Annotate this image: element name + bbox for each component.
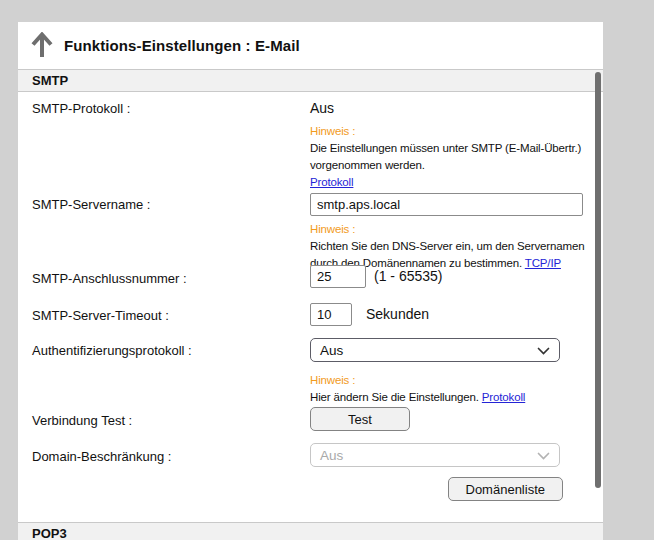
- vertical-scrollbar-thumb[interactable]: [595, 72, 601, 488]
- chevron-down-icon: [537, 448, 550, 463]
- test-button[interactable]: Test: [310, 407, 410, 431]
- hint-title: Hinweis :: [310, 372, 603, 389]
- hint-title: Hinweis :: [310, 123, 603, 140]
- settings-scroll-area: SMTP SMTP-Protokoll : Aus Hinweis : Die …: [18, 68, 603, 540]
- smtp-protokoll-label: SMTP-Protokoll :: [32, 101, 130, 116]
- domain-beschraenkung-label: Domain-Beschränkung :: [32, 449, 171, 464]
- hint-text-line1: Richten Sie den DNS-Server ein, um den S…: [310, 238, 603, 255]
- auth-protokoll-label: Authentifizierungsprotokoll :: [32, 343, 192, 358]
- hint-text-line1: Die Einstellungen müssen unter SMTP (E-M…: [310, 140, 603, 157]
- page-header: Funktions-Einstellungen : E-Mail: [18, 22, 603, 68]
- verbindung-test-label: Verbindung Test :: [32, 413, 132, 428]
- protokoll-link[interactable]: Protokoll: [310, 176, 353, 188]
- smtp-timeout-input[interactable]: [310, 303, 352, 326]
- smtp-protokoll-hint: Hinweis : Die Einstellungen müssen unter…: [310, 123, 603, 191]
- domaenenliste-button[interactable]: Domänenliste: [448, 477, 564, 501]
- chevron-down-icon: [537, 343, 550, 358]
- timeout-unit-text: Sekunden: [366, 306, 429, 322]
- protokoll-link-2[interactable]: Protokoll: [482, 391, 525, 403]
- smtp-servername-input[interactable]: [310, 193, 583, 216]
- smtp-anschlussnummer-input[interactable]: [310, 265, 366, 288]
- smtp-protokoll-value: Aus: [310, 100, 334, 116]
- section-header-pop3: POP3: [18, 522, 603, 540]
- domain-selected-value: Aus: [320, 448, 343, 463]
- smtp-servername-label: SMTP-Servername :: [32, 197, 150, 212]
- hint-text-line2: vorgenommen werden.: [310, 157, 603, 174]
- email-settings-page: Funktions-Einstellungen : E-Mail SMTP SM…: [0, 0, 654, 540]
- auth-protokoll-select[interactable]: Aus: [310, 338, 560, 362]
- auth-hint: Hinweis : Hier ändern Sie die Einstellun…: [310, 372, 603, 406]
- smtp-anschlussnummer-label: SMTP-Anschlussnummer :: [32, 271, 187, 286]
- section-header-smtp: SMTP: [18, 69, 603, 92]
- domain-beschraenkung-select-disabled: Aus: [310, 443, 560, 467]
- port-range-text: (1 - 65535): [374, 268, 442, 284]
- smtp-timeout-label: SMTP-Server-Timeout :: [32, 308, 169, 323]
- settings-card: Funktions-Einstellungen : E-Mail SMTP SM…: [18, 22, 603, 540]
- page-title: Funktions-Einstellungen : E-Mail: [64, 37, 300, 54]
- hint-text-line1: Hier ändern Sie die Einstellungen. Proto…: [310, 389, 603, 406]
- tcpip-link[interactable]: TCP/IP: [525, 257, 561, 269]
- auth-protokoll-selected-value: Aus: [320, 343, 343, 358]
- hint-title: Hinweis :: [310, 221, 603, 238]
- back-arrow-up-icon[interactable]: [31, 32, 53, 59]
